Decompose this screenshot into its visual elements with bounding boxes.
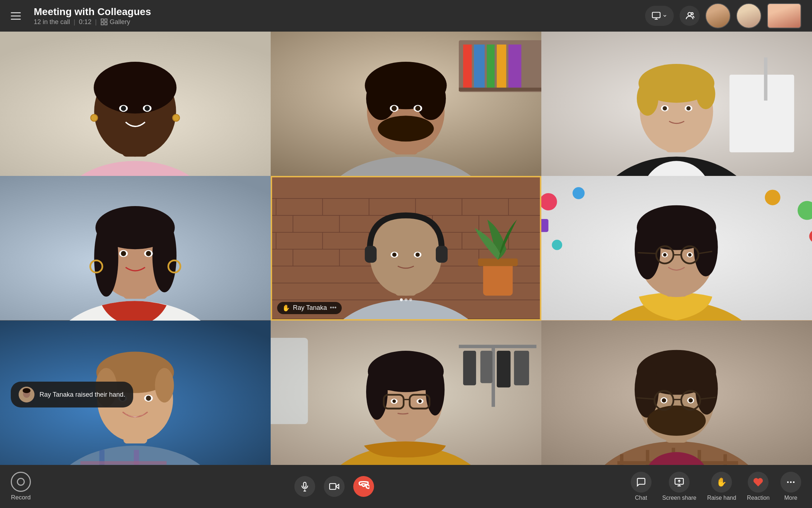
separator1: | <box>74 18 75 26</box>
svg-rect-39 <box>764 57 767 101</box>
phone-hangup-icon <box>358 481 369 492</box>
svg-point-98 <box>370 215 442 296</box>
svg-point-11 <box>94 62 177 113</box>
video-cell-8 <box>271 321 541 465</box>
person-3-illustration <box>541 32 812 176</box>
svg-point-144 <box>23 388 31 393</box>
svg-point-184 <box>647 405 706 435</box>
avatar-thumb-2[interactable] <box>736 3 761 28</box>
dot2 <box>405 298 407 301</box>
camera-button[interactable] <box>324 476 345 497</box>
title-area: Meeting with Colleagues 12 in the call |… <box>34 6 645 26</box>
svg-point-63 <box>146 251 151 256</box>
bottombar: Record <box>0 465 812 508</box>
svg-point-6 <box>691 13 693 15</box>
screenshare-icon-circle <box>669 472 690 493</box>
raise-hand-badge: ✋ Ray Tanaka ••• <box>277 302 342 314</box>
svg-point-57 <box>152 219 176 292</box>
topbar: Meeting with Colleagues 12 in the call |… <box>0 0 812 32</box>
svg-point-61 <box>121 251 126 256</box>
video-cell-6 <box>541 176 812 320</box>
camera-icon <box>329 481 339 491</box>
person-2-illustration <box>271 32 541 176</box>
svg-point-46 <box>696 79 715 109</box>
svg-point-104 <box>415 253 420 257</box>
svg-point-159 <box>366 364 388 420</box>
more-label: More <box>784 495 797 501</box>
screen-share-topbar-button[interactable] <box>645 6 674 26</box>
chat-button[interactable]: Chat <box>631 472 652 501</box>
svg-rect-0 <box>101 19 103 22</box>
view-mode-label: Gallery <box>110 18 130 26</box>
person-8-illustration <box>271 321 541 465</box>
svg-point-165 <box>392 399 396 403</box>
avatar-thumb-3[interactable] <box>767 3 801 28</box>
screenshare-button[interactable]: Screen share <box>662 472 696 501</box>
reaction-label: Reaction <box>747 495 770 501</box>
svg-point-102 <box>392 253 397 257</box>
svg-point-36 <box>415 106 420 111</box>
svg-point-127 <box>688 253 692 257</box>
bottom-right: Chat Screen share ✋ Raise hand <box>586 472 801 501</box>
camera-icon-circle <box>324 476 345 497</box>
toast-notification: Ray Tanaka raised their hand. <box>11 382 133 407</box>
chevron-down-icon <box>662 13 667 18</box>
heart-icon <box>753 477 763 487</box>
reaction-icon-circle <box>748 472 769 493</box>
svg-point-183 <box>695 363 718 414</box>
microphone-icon <box>300 481 310 491</box>
more-button[interactable]: More <box>780 472 801 501</box>
more-dots: ••• <box>330 304 337 312</box>
svg-rect-20 <box>463 45 472 88</box>
raise-hand-icon-circle: ✋ <box>711 472 732 493</box>
hangup-button[interactable] <box>353 476 374 497</box>
toast-avatar <box>19 387 34 402</box>
svg-point-13 <box>121 106 126 111</box>
participants-count: 12 in the call <box>34 18 70 26</box>
svg-point-34 <box>392 106 397 111</box>
menu-button[interactable] <box>11 9 25 23</box>
svg-point-137 <box>155 368 174 402</box>
video-cell-4 <box>0 176 271 320</box>
dot3 <box>409 298 412 301</box>
record-button[interactable]: Record <box>11 472 31 501</box>
svg-point-112 <box>552 240 562 250</box>
svg-point-191 <box>662 398 666 402</box>
people-button[interactable] <box>680 6 700 26</box>
chat-icon <box>636 477 646 487</box>
raise-hand-emoji: ✋ <box>282 304 290 312</box>
reaction-button[interactable]: Reaction <box>747 472 770 501</box>
screenshare-label: Screen share <box>662 495 696 501</box>
svg-rect-3 <box>104 23 107 25</box>
person-1-illustration <box>0 32 271 176</box>
topbar-right <box>645 3 801 28</box>
svg-rect-152 <box>514 351 529 385</box>
video-cell-1 <box>0 32 271 176</box>
dot1 <box>400 298 403 301</box>
video-cell-9 <box>541 321 812 465</box>
person-4-illustration <box>0 176 271 320</box>
svg-point-117 <box>635 219 661 279</box>
video-cell-5-active: ✋ Ray Tanaka ••• <box>271 176 541 320</box>
toast-message: Ray Tanaka raised their hand. <box>39 391 125 399</box>
svg-rect-146 <box>271 338 308 424</box>
mute-button[interactable] <box>294 476 315 497</box>
avatar-thumb-1[interactable] <box>705 3 731 28</box>
svg-point-17 <box>173 115 179 121</box>
chat-label: Chat <box>635 495 647 501</box>
raise-hand-button[interactable]: ✋ Raise hand <box>707 472 736 501</box>
svg-rect-195 <box>330 484 336 489</box>
svg-point-45 <box>637 81 658 116</box>
toast-avatar-image <box>19 387 34 402</box>
separator2: | <box>95 18 97 26</box>
svg-rect-38 <box>729 75 794 152</box>
gallery-icon-wrap[interactable]: Gallery <box>101 18 130 26</box>
svg-point-107 <box>573 187 585 200</box>
svg-point-168 <box>394 423 418 438</box>
svg-rect-150 <box>480 351 493 383</box>
svg-rect-4 <box>652 12 660 18</box>
more-icon-circle <box>780 472 801 493</box>
svg-point-125 <box>663 253 667 257</box>
svg-point-198 <box>790 481 792 483</box>
svg-rect-23 <box>497 45 506 88</box>
